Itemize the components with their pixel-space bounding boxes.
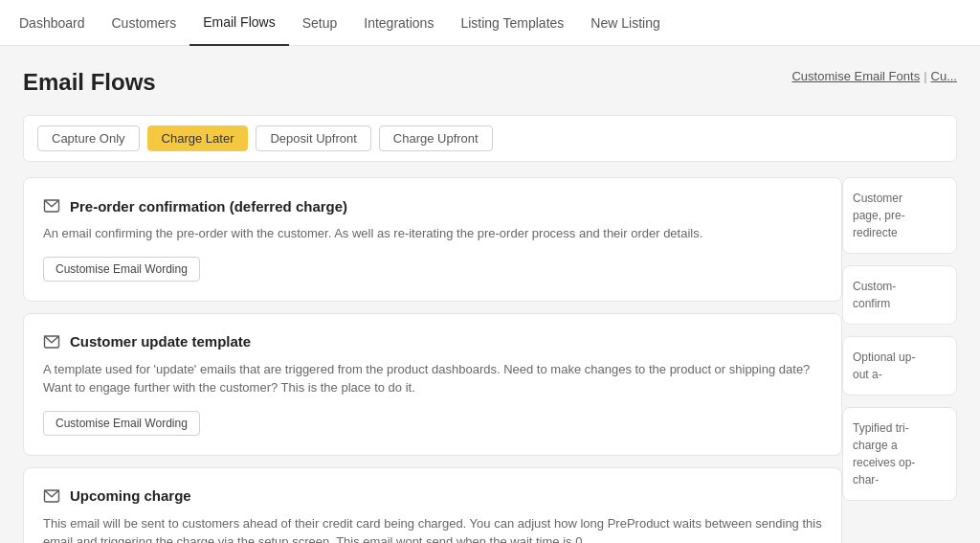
content-wrapper: Pre-order confirmation (deferred charge)… (23, 177, 957, 543)
nav-item-dashboard[interactable]: Dashboard (19, 0, 99, 46)
side-info-text-2: Custom- (853, 278, 947, 295)
filter-charge-later[interactable]: Charge Later (147, 125, 249, 151)
nav-item-listing-templates[interactable]: Listing Templates (447, 0, 577, 46)
page-header: Email Flows Customise Email Fonts | Cu..… (23, 69, 957, 96)
header-link-2[interactable]: Cu... (931, 69, 957, 83)
page-title: Email Flows (23, 69, 156, 96)
filter-bar: Capture Only Charge Later Deposit Upfron… (23, 115, 957, 162)
card-upcoming-charge: Upcoming charge This email will be sent … (23, 467, 842, 544)
filter-charge-upfront[interactable]: Charge Upfront (379, 125, 493, 151)
nav-item-setup[interactable]: Setup (289, 0, 351, 46)
side-info-text-3b: out a- (853, 366, 947, 383)
side-info-panel: Customer page, pre- redirecte Custom- co… (842, 177, 957, 543)
side-info-text-1b: page, pre- (853, 207, 947, 224)
card-title-customer-update: Customer update template (70, 333, 251, 350)
card-header-pre-order: Pre-order confirmation (deferred charge) (43, 197, 822, 215)
card-title-pre-order: Pre-order confirmation (deferred charge) (70, 198, 347, 215)
filter-capture-only[interactable]: Capture Only (37, 125, 140, 151)
customise-wording-pre-order-button[interactable]: Customise Email Wording (43, 257, 200, 282)
main-content: Email Flows Customise Email Fonts | Cu..… (0, 46, 980, 543)
side-info-text-2b: confirm (853, 295, 947, 312)
card-pre-order-confirmation: Pre-order confirmation (deferred charge)… (23, 177, 842, 302)
card-description-customer-update: A template used for 'update' emails that… (43, 360, 822, 397)
nav-item-email-flows[interactable]: Email Flows (189, 0, 288, 46)
nav-item-new-listing[interactable]: New Listing (577, 0, 673, 46)
side-info-text-1c: redirecte (853, 224, 947, 241)
side-info-text-4c: receives op- (853, 454, 947, 471)
header-link-separator: | (924, 69, 926, 83)
side-info-text-4: Typified tri- (853, 419, 947, 437)
mail-icon-customer-update (43, 333, 60, 351)
top-navigation: Dashboard Customers Email Flows Setup In… (0, 0, 980, 46)
card-description-upcoming-charge: This email will be sent to customers ahe… (43, 514, 822, 544)
card-title-upcoming-charge: Upcoming charge (70, 487, 191, 504)
cards-section: Pre-order confirmation (deferred charge)… (23, 177, 842, 543)
customise-email-fonts-link[interactable]: Customise Email Fonts (791, 69, 920, 83)
card-customer-update: Customer update template A template used… (23, 313, 842, 456)
side-info-text-4b: charge a (853, 437, 947, 454)
side-info-block-3: Optional up- out a- (842, 336, 957, 396)
side-info-block-2: Custom- confirm (842, 265, 957, 325)
card-header-upcoming-charge: Upcoming charge (43, 487, 822, 505)
mail-icon-upcoming-charge (43, 487, 60, 505)
filter-deposit-upfront[interactable]: Deposit Upfront (256, 125, 370, 151)
nav-item-integrations[interactable]: Integrations (350, 0, 447, 46)
nav-item-customers[interactable]: Customers (99, 0, 190, 46)
customise-wording-customer-update-button[interactable]: Customise Email Wording (43, 411, 200, 436)
card-header-customer-update: Customer update template (43, 333, 822, 351)
side-info-block-1: Customer page, pre- redirecte (842, 177, 957, 254)
side-info-text-1: Customer (853, 190, 947, 207)
side-info-block-4: Typified tri- charge a receives op- char… (842, 407, 957, 501)
card-description-pre-order: An email confirming the pre-order with t… (43, 224, 822, 243)
side-info-text-4d: char- (853, 471, 947, 488)
side-info-text-3: Optional up- (853, 349, 947, 366)
header-links: Customise Email Fonts | Cu... (791, 69, 957, 83)
mail-icon-pre-order (43, 197, 60, 215)
